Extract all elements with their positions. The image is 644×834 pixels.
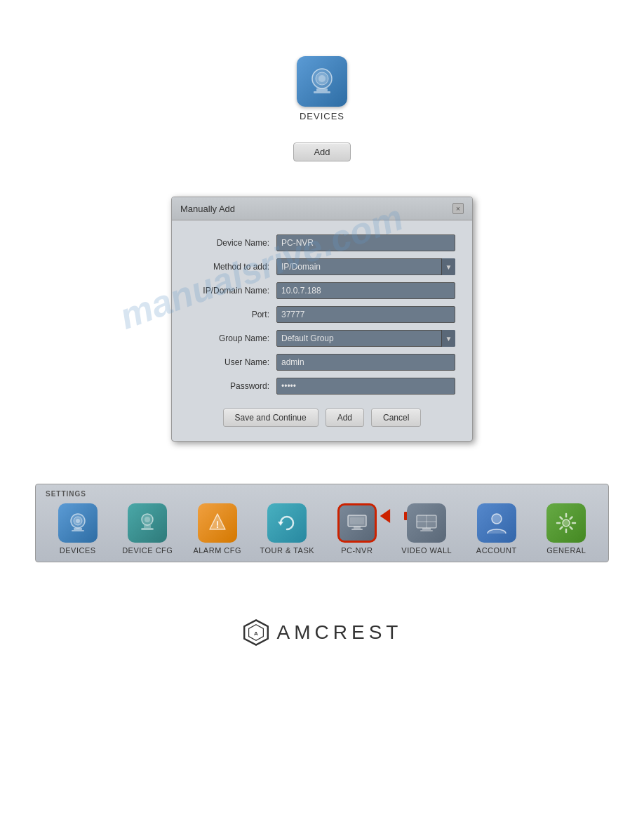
svg-marker-17 xyxy=(278,522,283,526)
video-wall-icon xyxy=(413,510,440,536)
devices-settings-icon xyxy=(58,503,98,543)
general-label: GENERAL xyxy=(546,546,586,555)
svg-line-33 xyxy=(561,517,563,519)
general-icon-box xyxy=(546,503,586,543)
dialog-cancel-button[interactable]: Cancel xyxy=(371,409,421,427)
svg-rect-21 xyxy=(351,529,363,530)
video-wall-icon-box xyxy=(407,503,446,543)
port-label: Port: xyxy=(189,310,276,319)
devices-top-label: DEVICES xyxy=(300,111,344,121)
account-icon-box xyxy=(477,503,516,543)
method-select[interactable]: IP/Domain xyxy=(276,258,455,275)
svg-line-35 xyxy=(570,517,572,519)
svg-rect-19 xyxy=(350,517,364,524)
device-name-row: Device Name: xyxy=(189,234,455,251)
svg-rect-3 xyxy=(316,88,328,91)
svg-rect-12 xyxy=(141,528,154,530)
video-wall-label: VIDEO WALL xyxy=(401,546,452,555)
group-label: Group Name: xyxy=(189,333,276,343)
sidebar-item-devices[interactable]: DEVICES xyxy=(46,503,109,555)
settings-title: SETTINGS xyxy=(43,490,601,498)
svg-point-27 xyxy=(492,514,502,524)
ip-label: IP/Domain Name: xyxy=(189,286,276,296)
svg-point-11 xyxy=(145,517,150,522)
device-name-label: Device Name: xyxy=(189,238,276,248)
settings-icons: DEVICES DEVICE CFG xyxy=(43,503,601,555)
svg-rect-25 xyxy=(422,528,431,530)
sidebar-item-account[interactable]: ACCOUNT xyxy=(465,503,528,555)
svg-point-7 xyxy=(76,519,80,523)
port-row: Port: xyxy=(189,306,455,323)
sidebar-item-tour-task[interactable]: TOUR & TASK xyxy=(255,503,318,555)
alarm-cfg-label: ALARM CFG xyxy=(193,546,241,555)
devices-icon xyxy=(304,63,340,100)
dialog-close-button[interactable]: × xyxy=(452,203,464,214)
sidebar-item-device-cfg[interactable]: DEVICE CFG xyxy=(116,503,179,555)
refresh-icon xyxy=(274,510,300,536)
dialog-overlay: Manually Add × Device Name: Method to ad… xyxy=(0,197,644,442)
svg-rect-26 xyxy=(420,530,433,531)
save-continue-button[interactable]: Save and Continue xyxy=(223,409,318,427)
svg-text:A: A xyxy=(254,630,258,637)
dialog-title-bar: Manually Add × xyxy=(172,197,472,220)
logo-section: A AMCREST xyxy=(0,618,644,675)
pc-nvr-label: PC-NVR xyxy=(341,546,373,555)
device-cfg-icon xyxy=(128,503,167,543)
svg-line-34 xyxy=(570,527,572,529)
svg-point-28 xyxy=(563,519,570,527)
sidebar-item-pc-nvr[interactable]: PC-NVR xyxy=(326,503,389,555)
sidebar-item-alarm-cfg[interactable]: ALARM CFG xyxy=(186,503,249,555)
password-input[interactable] xyxy=(276,378,455,395)
device-name-input[interactable] xyxy=(276,234,455,251)
method-select-wrapper: IP/Domain ▼ xyxy=(276,258,455,275)
logo-container: A AMCREST xyxy=(242,618,403,647)
svg-rect-4 xyxy=(314,91,330,93)
alarm-cfg-icon xyxy=(198,503,237,543)
top-section: DEVICES Add xyxy=(0,0,644,161)
group-select[interactable]: Default Group xyxy=(276,330,455,347)
camera-helmet-icon xyxy=(134,510,161,536)
dialog-add-button[interactable]: Add xyxy=(326,409,364,427)
password-row: Password: xyxy=(189,378,455,395)
method-label: Method to add: xyxy=(189,262,276,272)
settings-bar: SETTINGS DEVICES xyxy=(35,484,609,562)
dialog-buttons: Save and Continue Add Cancel xyxy=(189,409,455,427)
svg-point-2 xyxy=(318,75,326,82)
amcrest-logo-icon: A xyxy=(242,618,270,647)
group-row: Group Name: Default Group ▼ xyxy=(189,330,455,347)
dialog-title: Manually Add xyxy=(180,204,235,214)
svg-rect-9 xyxy=(72,530,84,531)
account-label: ACCOUNT xyxy=(476,546,517,555)
gear-icon xyxy=(553,510,579,536)
devices-icon-box xyxy=(297,56,347,107)
tour-task-label: TOUR & TASK xyxy=(260,546,314,555)
svg-rect-15 xyxy=(217,521,218,526)
username-label: User Name: xyxy=(189,357,276,367)
amcrest-logo-text: AMCREST xyxy=(277,621,403,644)
svg-point-16 xyxy=(217,527,218,528)
account-icon xyxy=(483,510,510,536)
sidebar-item-general[interactable]: GENERAL xyxy=(535,503,598,555)
username-input[interactable] xyxy=(276,354,455,371)
camera-icon xyxy=(65,510,91,536)
manually-add-dialog: Manually Add × Device Name: Method to ad… xyxy=(171,197,473,442)
settings-section: SETTINGS DEVICES xyxy=(0,484,644,562)
svg-line-36 xyxy=(561,527,563,529)
group-select-wrapper: Default Group ▼ xyxy=(276,330,455,347)
devices-settings-label: DEVICES xyxy=(60,546,96,555)
svg-rect-20 xyxy=(354,527,361,529)
username-row: User Name: xyxy=(189,354,455,371)
devices-icon-wrapper: DEVICES xyxy=(297,56,347,121)
ip-row: IP/Domain Name: xyxy=(189,282,455,299)
pc-nvr-icon-box xyxy=(337,503,377,543)
ip-input[interactable] xyxy=(276,282,455,299)
device-cfg-label: DEVICE CFG xyxy=(122,546,173,555)
method-row: Method to add: IP/Domain ▼ xyxy=(189,258,455,275)
port-input[interactable] xyxy=(276,306,455,323)
tour-task-icon-box xyxy=(267,503,307,543)
svg-rect-13 xyxy=(144,525,151,528)
pc-nvr-icon xyxy=(345,511,369,535)
alarm-icon xyxy=(204,510,231,536)
password-label: Password: xyxy=(189,381,276,391)
add-button[interactable]: Add xyxy=(293,143,350,161)
